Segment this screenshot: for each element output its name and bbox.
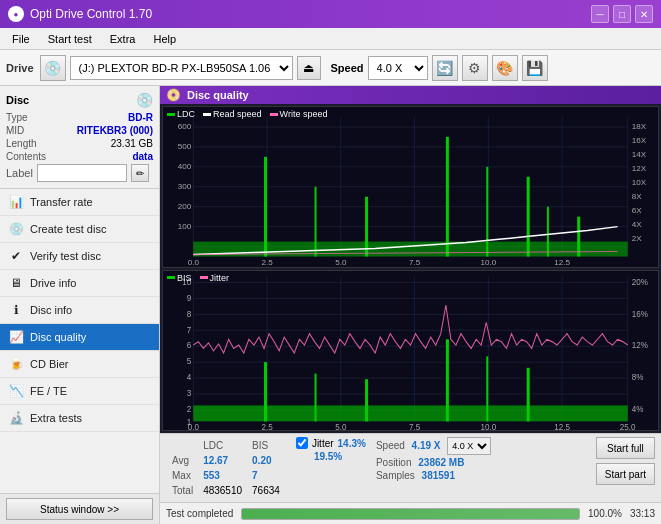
svg-text:12X: 12X <box>632 164 647 173</box>
svg-text:600: 600 <box>178 122 192 131</box>
drive-select[interactable]: (J:) PLEXTOR BD-R PX-LB950SA 1.06 <box>70 56 293 80</box>
sidebar-item-label: Verify test disc <box>30 250 101 262</box>
chart-header-icon: 📀 <box>166 88 181 102</box>
legend-read-speed-label: Read speed <box>213 109 262 119</box>
svg-text:8: 8 <box>187 308 192 319</box>
svg-text:2X: 2X <box>632 234 643 243</box>
disc-mid-label: MID <box>6 125 24 136</box>
maximize-button[interactable]: □ <box>613 5 631 23</box>
time-display: 33:13 <box>630 508 655 519</box>
menu-extra[interactable]: Extra <box>102 31 144 47</box>
sidebar-item-extra-tests[interactable]: 🔬 Extra tests <box>0 405 159 432</box>
bottom-chart-legend: BIS Jitter <box>167 273 229 283</box>
sidebar-item-fe-te[interactable]: 📉 FE / TE <box>0 378 159 405</box>
chart-title: Disc quality <box>187 89 249 101</box>
sidebar-item-label: FE / TE <box>30 385 67 397</box>
total-bis-value: 76634 <box>248 484 284 497</box>
disc-label-input[interactable] <box>37 164 127 182</box>
svg-text:16X: 16X <box>632 136 647 145</box>
disc-contents-row: Contents data <box>6 151 153 162</box>
col-ldc-header: LDC <box>199 439 246 452</box>
sidebar-item-create-test-disc[interactable]: 💿 Create test disc <box>0 216 159 243</box>
disc-label-edit-button[interactable]: ✏ <box>131 164 149 182</box>
jitter-checkbox[interactable] <box>296 437 308 449</box>
disc-info-header: Disc 💿 <box>6 92 153 108</box>
svg-rect-44 <box>577 217 580 257</box>
sidebar-item-cd-bier[interactable]: 🍺 CD Bier <box>0 351 159 378</box>
sidebar-item-transfer-rate[interactable]: 📊 Transfer rate <box>0 189 159 216</box>
total-ldc-value: 4836510 <box>199 484 246 497</box>
svg-rect-84 <box>193 405 627 421</box>
status-window-button[interactable]: Status window >> <box>6 498 153 520</box>
minimize-button[interactable]: ─ <box>591 5 609 23</box>
legend-read-speed: Read speed <box>203 109 262 119</box>
svg-text:10.0: 10.0 <box>480 422 496 430</box>
main-content: Disc 💿 Type BD-R MID RITEKBR3 (000) Leng… <box>0 86 661 524</box>
sidebar-item-drive-info[interactable]: 🖥 Drive info <box>0 270 159 297</box>
sidebar-item-verify-test-disc[interactable]: ✔ Verify test disc <box>0 243 159 270</box>
avg-bis-value: 0.20 <box>248 454 284 467</box>
menubar: File Start test Extra Help <box>0 28 661 50</box>
svg-text:0.0: 0.0 <box>188 258 200 267</box>
bottom-statusbar: Test completed 100.0% 33:13 <box>160 502 661 524</box>
close-button[interactable]: ✕ <box>635 5 653 23</box>
svg-text:100: 100 <box>178 222 192 231</box>
top-chart-svg: 600 500 400 300 200 100 18X 16X 14X 12X … <box>163 107 658 267</box>
svg-text:18X: 18X <box>632 122 647 131</box>
menu-help[interactable]: Help <box>145 31 184 47</box>
speed-select[interactable]: 4.0 X <box>447 437 491 455</box>
app-title: Opti Drive Control 1.70 <box>30 7 152 21</box>
total-label: Total <box>168 484 197 497</box>
sidebar-item-label: Disc info <box>30 304 72 316</box>
save-button[interactable]: 💾 <box>522 55 548 81</box>
extra-tests-icon: 🔬 <box>8 410 24 426</box>
status-text: Test completed <box>166 508 233 519</box>
jitter-label: Jitter <box>312 438 334 449</box>
menu-start-test[interactable]: Start test <box>40 31 100 47</box>
svg-text:8%: 8% <box>632 371 644 382</box>
max-ldc-value: 553 <box>199 469 246 482</box>
disc-type-row: Type BD-R <box>6 112 153 123</box>
svg-text:0.0: 0.0 <box>188 422 199 430</box>
titlebar-left: ● Opti Drive Control 1.70 <box>8 6 152 22</box>
max-bis-value: 7 <box>248 469 284 482</box>
titlebar: ● Opti Drive Control 1.70 ─ □ ✕ <box>0 0 661 28</box>
refresh-button[interactable]: 🔄 <box>432 55 458 81</box>
bottom-chart-svg: 10 9 8 7 6 5 4 3 2 1 20% 16% 12% 8% 4% <box>163 271 658 431</box>
disc-mid-row: MID RITEKBR3 (000) <box>6 125 153 136</box>
charts-area: LDC Read speed Write speed <box>160 104 661 433</box>
speed-select[interactable]: 4.0 X <box>368 56 428 80</box>
position-section: Speed 4.19 X 4.0 X Position 23862 MB Sam… <box>376 437 491 481</box>
speed-label: Speed <box>376 440 405 451</box>
sidebar-item-label: Extra tests <box>30 412 82 424</box>
stats-total-row: Total 4836510 76634 <box>168 484 284 497</box>
sidebar-item-disc-quality[interactable]: 📈 Disc quality <box>0 324 159 351</box>
disc-label-label: Label <box>6 167 33 179</box>
samples-value: 381591 <box>422 470 455 481</box>
svg-text:9: 9 <box>187 292 192 303</box>
drive-icon-btn[interactable]: 💿 <box>40 55 66 81</box>
svg-text:3: 3 <box>187 387 192 398</box>
start-part-button[interactable]: Start part <box>596 463 655 485</box>
svg-text:4%: 4% <box>632 403 644 414</box>
transfer-rate-icon: 📊 <box>8 194 24 210</box>
cd-bier-icon: 🍺 <box>8 356 24 372</box>
eject-button[interactable]: ⏏ <box>297 56 321 80</box>
max-label: Max <box>168 469 197 482</box>
start-full-button[interactable]: Start full <box>596 437 655 459</box>
sidebar-status: Status window >> <box>0 493 159 524</box>
menu-file[interactable]: File <box>4 31 38 47</box>
svg-rect-40 <box>446 137 449 257</box>
bottom-chart: BIS Jitter <box>162 270 659 432</box>
settings-button[interactable]: ⚙ <box>462 55 488 81</box>
sidebar-item-disc-info[interactable]: ℹ Disc info <box>0 297 159 324</box>
sidebar-item-label: CD Bier <box>30 358 69 370</box>
svg-text:6X: 6X <box>632 206 643 215</box>
avg-ldc-value: 12.67 <box>199 454 246 467</box>
color-button[interactable]: 🎨 <box>492 55 518 81</box>
legend-write-speed: Write speed <box>270 109 328 119</box>
disc-contents-value: data <box>132 151 153 162</box>
drive-label: Drive <box>6 62 34 74</box>
disc-section-title: Disc <box>6 94 29 106</box>
svg-rect-43 <box>547 207 549 257</box>
